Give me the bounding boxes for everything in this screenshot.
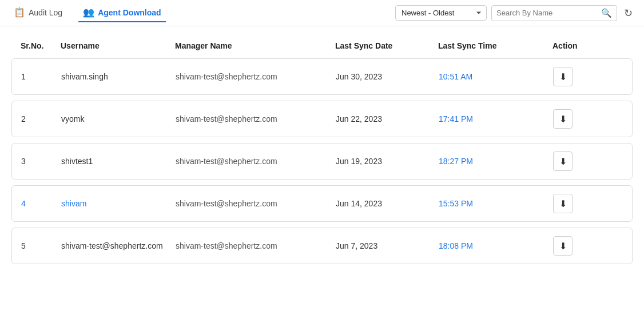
filter-section: Newest - Oldest Oldest - Newest 🔍 ↻ xyxy=(395,5,635,21)
top-bar: 📋 Audit Log 👥 Agent Download Newest - Ol… xyxy=(0,0,644,26)
cell-sync-date: Jun 22, 2023 xyxy=(336,114,439,123)
header-last-sync-date: Last Sync Date xyxy=(335,41,438,50)
cell-sr-no: 2 xyxy=(21,114,61,123)
cell-sync-time: 15:53 PM xyxy=(439,199,553,208)
download-button[interactable]: ⬇ xyxy=(553,109,573,129)
download-button[interactable]: ⬇ xyxy=(553,236,573,256)
table-row: 3 shivtest1 shivam-test@shephertz.com Ju… xyxy=(11,143,633,180)
cell-username: shivam-test@shephertz.com xyxy=(61,241,176,250)
refresh-button[interactable]: ↻ xyxy=(622,6,635,21)
download-button[interactable]: ⬇ xyxy=(553,67,573,86)
tab-agent-download[interactable]: 👥 Agent Download xyxy=(78,3,165,22)
cell-sync-time: 18:08 PM xyxy=(439,241,553,250)
header-manager-name: Manager Name xyxy=(175,41,335,50)
download-button[interactable]: ⬇ xyxy=(553,194,573,213)
cell-manager-name: shivam-test@shephertz.com xyxy=(176,72,336,81)
table-container: Sr.No. Username Manager Name Last Sync D… xyxy=(0,26,644,279)
tab-audit-log[interactable]: 📋 Audit Log xyxy=(9,3,67,22)
cell-sync-time: 10:51 AM xyxy=(439,72,553,81)
table-header: Sr.No. Username Manager Name Last Sync D… xyxy=(11,35,633,56)
cell-sync-date: Jun 14, 2023 xyxy=(336,199,439,208)
cell-manager-name: shivam-test@shephertz.com xyxy=(176,241,336,250)
cell-sr-no[interactable]: 4 xyxy=(21,199,61,208)
cell-sync-time: 17:41 PM xyxy=(439,114,553,123)
header-sr-no: Sr.No. xyxy=(21,41,61,50)
agent-download-icon: 👥 xyxy=(83,7,94,18)
audit-log-icon: 📋 xyxy=(14,7,25,18)
cell-username: vyomk xyxy=(61,114,176,123)
cell-sr-no: 1 xyxy=(21,72,61,81)
cell-manager-name: shivam-test@shephertz.com xyxy=(176,199,336,208)
table-row: 2 vyomk shivam-test@shephertz.com Jun 22… xyxy=(11,101,633,137)
cell-sync-time: 18:27 PM xyxy=(439,157,553,166)
sort-dropdown[interactable]: Newest - Oldest Oldest - Newest xyxy=(395,5,487,21)
agent-download-label: Agent Download xyxy=(98,8,161,17)
header-last-sync-time: Last Sync Time xyxy=(438,41,552,50)
cell-manager-name: shivam-test@shephertz.com xyxy=(176,157,336,166)
cell-sync-date: Jun 30, 2023 xyxy=(336,72,439,81)
cell-sync-date: Jun 19, 2023 xyxy=(336,157,439,166)
table-row: 1 shivam.singh shivam-test@shephertz.com… xyxy=(11,58,633,95)
header-username: Username xyxy=(61,41,175,50)
header-action: Action xyxy=(552,41,621,50)
table-body: 1 shivam.singh shivam-test@shephertz.com… xyxy=(11,58,633,264)
cell-sync-date: Jun 7, 2023 xyxy=(336,241,439,250)
cell-sr-no: 3 xyxy=(21,157,61,166)
audit-log-label: Audit Log xyxy=(29,8,62,17)
cell-username[interactable]: shivam xyxy=(61,199,176,208)
table-row: 4 shivam shivam-test@shephertz.com Jun 1… xyxy=(11,185,633,222)
cell-username: shivam.singh xyxy=(61,72,176,81)
table-row: 5 shivam-test@shephertz.com shivam-test@… xyxy=(11,228,633,264)
search-input[interactable] xyxy=(496,9,598,17)
cell-sr-no: 5 xyxy=(21,241,61,250)
download-button[interactable]: ⬇ xyxy=(553,151,573,171)
search-icon[interactable]: 🔍 xyxy=(601,8,612,18)
search-wrapper: 🔍 xyxy=(491,5,617,21)
cell-manager-name: shivam-test@shephertz.com xyxy=(176,114,336,123)
cell-username: shivtest1 xyxy=(61,157,176,166)
